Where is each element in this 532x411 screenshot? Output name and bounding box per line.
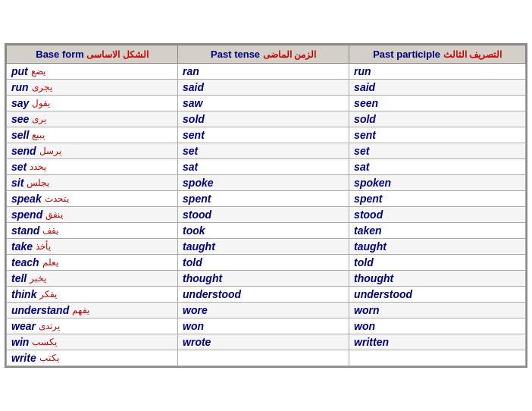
past-tense-cell: spoke (178, 175, 349, 191)
table-row: يجلسsitspokespoken (7, 175, 526, 191)
past-tense-word: taught (183, 240, 215, 253)
past-tense-cell: stood (178, 207, 349, 223)
base-english-word: stand (11, 224, 39, 237)
past-tense-word: won (183, 320, 204, 332)
base-english-word: sit (11, 177, 23, 189)
base-form-cell: يرسلsend (7, 143, 178, 159)
past-participle-cell: won (349, 318, 526, 334)
arabic-word: يجلس (27, 177, 49, 188)
arabic-word: يفكر (39, 289, 57, 300)
base-english-word: take (11, 240, 33, 253)
table-row: يجرىrunsaidsaid (7, 80, 526, 96)
past-tense-cell: wore (178, 303, 349, 318)
past-participle-word: thought (354, 272, 393, 284)
base-form-cell: يفهمunderstand (7, 303, 178, 318)
base-form-cell: يفكرthink (7, 287, 178, 303)
base-english-word: win (11, 336, 29, 348)
arabic-word: يحدد (30, 162, 46, 172)
past-participle-cell: seen (349, 96, 526, 111)
table-row: يحددsetsatsat (7, 159, 526, 175)
table-row: يكسبwinwrotewritten (7, 334, 526, 350)
arabic-word: يخبر (30, 273, 46, 284)
table-row: يضعputranrun (7, 64, 526, 80)
past-participle-word: won (354, 320, 375, 332)
past-participle-word: spent (354, 193, 382, 205)
base-english-word: spend (11, 209, 42, 221)
past-participle-cell: set (349, 143, 526, 159)
base-form-cell: يكتبwrite (7, 350, 178, 366)
base-form-cell: يبيعsell (7, 127, 178, 143)
base-english-word: teach (11, 256, 39, 268)
past-participle-cell: sat (349, 159, 526, 175)
col-header-base-form: Base form الشكل الاساسى (7, 45, 178, 64)
past-tense-word: told (183, 256, 202, 268)
base-form-cell: يجلسsit (7, 175, 178, 191)
table-row: يقفstandtooktaken (7, 223, 526, 239)
past-tense-cell: spent (178, 191, 349, 207)
base-form-cell: يرتدىwear (7, 318, 178, 334)
past-tense-cell: took (178, 223, 349, 239)
arabic-word: يجرى (32, 82, 52, 93)
arabic-word: يكتب (39, 353, 59, 363)
past-tense-word: set (183, 145, 198, 157)
past-tense-cell: sold (178, 111, 349, 127)
base-form-cell: يتحدثspeak (7, 191, 178, 207)
base-form-cell: يقفstand (7, 223, 178, 239)
past-participle-word: written (354, 336, 389, 348)
past-participle-cell: understood (349, 287, 526, 303)
past-tense-cell: taught (178, 239, 349, 255)
past-tense-cell: sat (178, 159, 349, 175)
past-tense-cell: ran (178, 64, 349, 80)
past-participle-word: stood (354, 209, 383, 221)
base-form-cell: يخبرtell (7, 271, 178, 287)
past-tense-cell: thought (178, 271, 349, 287)
past-participle-cell: said (349, 80, 526, 96)
base-english-word: run (11, 81, 29, 93)
table-row: يأخذtaketaughttaught (7, 239, 526, 255)
arabic-word: ينفق (45, 209, 63, 220)
past-tense-word: wrote (183, 336, 211, 348)
irregular-verbs-table: Base form الشكل الاساسىPast tense الزمن … (5, 43, 527, 368)
table-row: يرسلsendsetset (7, 143, 526, 159)
past-tense-word: took (183, 224, 205, 237)
past-tense-word: sent (183, 129, 205, 141)
past-tense-cell (178, 350, 349, 366)
past-tense-word: sat (183, 161, 198, 173)
base-form-cell: يضعput (7, 64, 178, 80)
past-participle-cell: sold (349, 111, 526, 127)
past-participle-word: understood (354, 288, 412, 300)
arabic-word: يفهم (72, 305, 89, 315)
past-participle-word: seen (354, 97, 378, 109)
base-english-word: send (11, 145, 36, 157)
base-english-word: sell (11, 129, 29, 141)
past-participle-cell: run (349, 64, 526, 80)
arabic-word: يأخذ (36, 241, 51, 252)
base-form-cell: يقولsay (7, 96, 178, 111)
table-header: Base form الشكل الاساسىPast tense الزمن … (7, 45, 526, 64)
base-english-word: set (11, 161, 27, 173)
past-tense-cell: told (178, 255, 349, 271)
base-form-cell: يحددset (7, 159, 178, 175)
past-tense-word: thought (183, 272, 222, 284)
base-form-cell: يأخذtake (7, 239, 178, 255)
arabic-word: يرى (32, 114, 46, 124)
table-row: ينفقspendstoodstood (7, 207, 526, 223)
past-tense-word: saw (183, 97, 202, 109)
past-tense-cell: sent (178, 127, 349, 143)
table-row: يعلمteachtoldtold (7, 255, 526, 271)
past-participle-word: spoken (354, 177, 391, 189)
past-participle-cell: taught (349, 239, 526, 255)
table-row: يفهمunderstandworeworn (7, 303, 526, 318)
past-tense-word: spent (183, 193, 211, 205)
past-tense-cell: saw (178, 96, 349, 111)
base-english-word: speak (11, 193, 42, 205)
past-participle-cell: spoken (349, 175, 526, 191)
arabic-word: يقف (42, 225, 58, 236)
table-row: يفكرthinkunderstoodunderstood (7, 287, 526, 303)
arabic-word: يضع (31, 66, 45, 77)
past-tense-cell: wrote (178, 334, 349, 350)
past-tense-word: stood (183, 209, 211, 221)
past-participle-word: worn (354, 304, 379, 316)
past-participle-word: sold (354, 113, 376, 125)
base-form-cell: يعلمteach (7, 255, 178, 271)
